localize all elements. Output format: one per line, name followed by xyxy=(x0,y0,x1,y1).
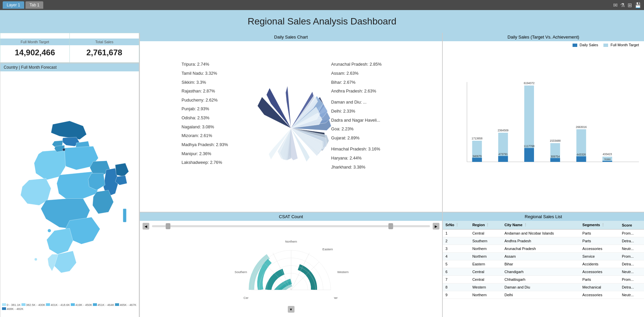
svg-text:Manipur: 2.36%: Manipur: 2.36% xyxy=(181,151,211,156)
svg-rect-69 xyxy=(576,156,586,162)
col-score[interactable]: Score xyxy=(619,221,644,230)
svg-text:2663016: 2663016 xyxy=(576,126,587,129)
daily-sales-chart-section: Daily Sales Chart xyxy=(140,33,442,212)
table-row: 2 Southern Andhra Pradesh Parts Detra... xyxy=(443,237,644,245)
table-row: 7 Central Chhattisgarh Parts Prom... xyxy=(443,276,644,283)
svg-point-0 xyxy=(62,148,65,151)
svg-text:Jharkhand: 3.38%: Jharkhand: 3.38% xyxy=(331,165,365,170)
cell-score: Prom... xyxy=(619,230,644,237)
cell-score: Prom... xyxy=(619,253,644,260)
svg-text:2364509: 2364509 xyxy=(498,129,509,132)
save-icon[interactable]: 💾 xyxy=(635,2,641,8)
table-section: Regional Sales List SrNo ⋮ Region ⋮ City… xyxy=(443,212,644,317)
col-srno[interactable]: SrNo ⋮ xyxy=(443,221,470,230)
map-legend: 0 - 381.1K 382.5K - 400K 401K - 418.6K 4… xyxy=(2,303,137,311)
cell-score: Neutr... xyxy=(619,245,644,253)
svg-text:443326: 443326 xyxy=(577,153,586,156)
crop-icon[interactable]: ⊞ xyxy=(628,2,632,8)
cell-region: Eastern xyxy=(470,260,502,268)
mid-panel: Daily Sales Chart xyxy=(139,33,443,317)
svg-text:Himachal Pradesh: 3.16%: Himachal Pradesh: 3.16% xyxy=(331,147,380,151)
col-city[interactable]: City Name ⋮ xyxy=(502,221,580,230)
regional-sales-table: SrNo ⋮ Region ⋮ City Name ⋮ Segments ⋮ S… xyxy=(443,221,644,299)
cell-score: Prom... xyxy=(619,276,644,283)
svg-text:Madhya Pradesh: 2.93%: Madhya Pradesh: 2.93% xyxy=(181,142,228,147)
col-segments[interactable]: Segments ⋮ xyxy=(580,221,619,230)
cell-city: Andhra Pradesh xyxy=(502,237,580,245)
slider-right-btn[interactable]: ▶ xyxy=(433,223,439,230)
svg-text:Eastern: Eastern xyxy=(322,247,333,251)
svg-text:Dadra and Nagar Haveli...: Dadra and Nagar Haveli... xyxy=(331,118,380,123)
cell-region: Northern xyxy=(470,245,502,253)
slider-left-btn[interactable]: ◀ xyxy=(143,223,149,230)
cell-segments: Parts xyxy=(580,276,619,283)
table-container[interactable]: SrNo ⋮ Region ⋮ City Name ⋮ Segments ⋮ S… xyxy=(443,221,644,317)
bar-legend-target: Full Month Target xyxy=(603,43,639,47)
cell-city: Arunachal Pradesh xyxy=(502,245,580,253)
top-icons: ✉ ⚗ ⊞ 💾 xyxy=(613,2,641,8)
cell-region: Northern xyxy=(470,253,502,260)
csat-title: CSAT Count xyxy=(140,212,442,221)
slider-bottom-btn[interactable]: ▼ xyxy=(288,306,294,313)
svg-text:Tamil Nadu: 3.32%: Tamil Nadu: 3.32% xyxy=(181,71,217,76)
kpi-full-month-target: Full Month Target 14,902,466 xyxy=(0,33,69,63)
slider-bottom: ▼ xyxy=(140,305,442,315)
svg-rect-65 xyxy=(550,158,560,162)
table-row: 6 Central Chandigarh Accessories Neutr..… xyxy=(443,268,644,276)
svg-text:Sikkim: 3.3%: Sikkim: 3.3% xyxy=(181,80,206,85)
kpi-total-sales-label: Total Sales xyxy=(70,39,139,45)
svg-text:Southern: Southern xyxy=(234,270,247,274)
cell-segments: Accessories xyxy=(580,245,619,253)
cell-srno: 2 xyxy=(443,237,470,245)
slider-track-top[interactable] xyxy=(152,225,430,227)
cell-score: Detra... xyxy=(619,260,644,268)
cell-score: Neutr... xyxy=(619,268,644,276)
page-title: Regional Sales Analysis Dashboard xyxy=(0,10,644,33)
cell-city: Bihar xyxy=(502,260,580,268)
cell-region: Northern xyxy=(470,291,502,299)
cell-score: Neutr... xyxy=(619,291,644,299)
cell-segments: Service xyxy=(580,253,619,260)
svg-rect-53 xyxy=(472,158,482,162)
svg-text:340679: 340679 xyxy=(472,155,482,158)
cell-srno: 4 xyxy=(443,253,470,260)
cell-city: Delhi xyxy=(502,291,580,299)
csat-section: CSAT Count ◀ ▶ Northern Eastern Western … xyxy=(140,212,442,317)
top-bar: Layer 1 Tab 1 ✉ ⚗ ⊞ 💾 xyxy=(0,0,644,10)
tab-layer1[interactable]: Layer 1 xyxy=(3,1,24,9)
svg-point-1 xyxy=(48,229,51,232)
right-panel: Daily Sales (Target Vs. Achievement) Dai… xyxy=(443,33,644,317)
svg-rect-73 xyxy=(602,161,612,162)
cell-srno: 7 xyxy=(443,276,470,283)
svg-text:6194372: 6194372 xyxy=(524,82,535,85)
cell-region: Central xyxy=(470,276,502,283)
svg-text:Haryana: 2.44%: Haryana: 2.44% xyxy=(331,156,362,161)
filter-icon[interactable]: ⚗ xyxy=(620,2,625,8)
svg-text:Odisha: 2.53%: Odisha: 2.53% xyxy=(181,116,209,120)
cell-city: Chhattisgarh xyxy=(502,276,580,283)
svg-text:Bihar: 2.67%: Bihar: 2.67% xyxy=(331,80,355,85)
svg-text:1713658: 1713658 xyxy=(472,137,483,140)
table-row: 9 Northern Delhi Accessories Neutr... xyxy=(443,291,644,299)
mail-icon[interactable]: ✉ xyxy=(613,2,618,8)
cell-segments: Accidents xyxy=(580,260,619,268)
cell-srno: 6 xyxy=(443,268,470,276)
cell-region: Western xyxy=(470,283,502,291)
kpi-row: Full Month Target 14,902,466 Total Sales… xyxy=(0,33,139,63)
svg-text:1117768: 1117768 xyxy=(524,145,535,148)
kpi-total-sales-value: 2,761,678 xyxy=(87,48,122,57)
col-region[interactable]: Region ⋮ xyxy=(470,221,502,230)
svg-text:1533488: 1533488 xyxy=(550,139,561,142)
cell-city: Assam xyxy=(502,253,580,260)
daily-sales-chart-title: Daily Sales Chart xyxy=(140,33,442,41)
cell-srno: 8 xyxy=(443,283,470,291)
svg-text:Goa: 2.23%: Goa: 2.23% xyxy=(331,127,354,131)
map-title: Country | Full Month Forecast xyxy=(0,63,139,71)
svg-text:Arunachal Pradesh: 2.85%: Arunachal Pradesh: 2.85% xyxy=(331,62,381,67)
svg-text:Gujarat: 2.89%: Gujarat: 2.89% xyxy=(331,136,359,140)
tab-tab1[interactable]: Tab 1 xyxy=(25,1,43,9)
cell-score: Detra... xyxy=(619,237,644,245)
cell-city: Andaman and Nicobar Islands xyxy=(502,230,580,237)
table-row: 5 Eastern Bihar Accidents Detra... xyxy=(443,260,644,268)
cell-region: Central xyxy=(470,230,502,237)
